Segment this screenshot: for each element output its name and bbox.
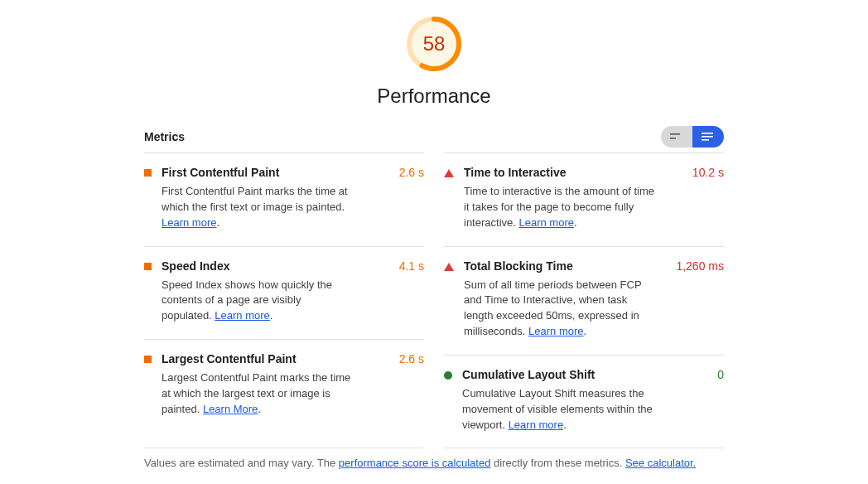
circle-icon	[444, 371, 452, 380]
footnote-prefix: Values are estimated and may vary. The	[144, 457, 339, 469]
learn-more-link[interactable]: Learn more	[215, 309, 269, 322]
metric-title: Speed Index	[162, 259, 229, 273]
toggle-expand-button[interactable]	[692, 126, 724, 148]
metric-value: 0	[717, 368, 724, 381]
metric-title: Time to Interactive	[464, 166, 566, 179]
metric-desc: First Contentful Paint marks the time at…	[162, 184, 352, 231]
metric-desc: Speed Index shows how quickly the conten…	[162, 278, 352, 325]
svg-rect-7	[702, 139, 709, 141]
triangle-icon	[444, 263, 454, 271]
metrics-grid: First Contentful Paint 2.6 s First Conte…	[144, 152, 724, 448]
metric-value: 2.6 s	[399, 352, 424, 365]
metric-desc-text: First Contentful Paint marks the time at…	[162, 185, 348, 213]
description-toggle	[661, 126, 724, 148]
performance-report: 58 Performance Metrics	[144, 0, 724, 469]
gauge-section: 58 Performance	[144, 15, 724, 108]
metric-value: 1,260 ms	[676, 259, 724, 273]
metric-value: 10.2 s	[692, 166, 724, 179]
square-icon	[144, 263, 152, 270]
footnote: Values are estimated and may vary. The p…	[144, 448, 724, 469]
square-icon	[144, 169, 152, 177]
long-lines-icon	[702, 132, 715, 142]
metric-si: Speed Index 4.1 s Speed Index shows how …	[144, 246, 424, 340]
metric-title: Cumulative Layout Shift	[462, 368, 595, 381]
gauge-score: 58	[405, 15, 463, 73]
metric-title: Total Blocking Time	[464, 259, 573, 273]
svg-rect-3	[670, 133, 680, 135]
metric-tbt: Total Blocking Time 1,260 ms Sum of all …	[444, 246, 724, 355]
short-lines-icon	[670, 132, 683, 142]
metric-tti: Time to Interactive 10.2 s Time to inter…	[444, 152, 724, 246]
metric-title: First Contentful Paint	[162, 166, 279, 179]
svg-rect-6	[702, 136, 713, 138]
metric-lcp: Largest Contentful Paint 2.6 s Largest C…	[144, 339, 424, 433]
svg-rect-5	[702, 133, 713, 134]
metric-desc: Cumulative Layout Shift measures the mov…	[462, 386, 653, 433]
metric-desc: Sum of all time periods between FCP and …	[464, 278, 654, 340]
triangle-icon	[444, 169, 454, 177]
footnote-middle: directly from these metrics.	[490, 457, 625, 469]
metric-value: 4.1 s	[399, 259, 424, 273]
metric-value: 2.6 s	[399, 166, 424, 179]
metric-desc: Time to interactive is the amount of tim…	[464, 184, 654, 231]
learn-more-link[interactable]: Learn more	[518, 216, 573, 229]
learn-more-link[interactable]: Learn More	[203, 403, 258, 415]
svg-rect-4	[670, 138, 676, 139]
metrics-col-left: First Contentful Paint 2.6 s First Conte…	[144, 152, 424, 448]
score-gauge: 58	[405, 15, 463, 73]
learn-more-link[interactable]: Learn more	[528, 325, 583, 337]
metric-desc: Largest Contentful Paint marks the time …	[162, 370, 352, 418]
learn-more-link[interactable]: Learn more	[162, 216, 216, 229]
score-calculation-link[interactable]: performance score is calculated	[339, 457, 491, 469]
see-calculator-link[interactable]: See calculator.	[625, 457, 696, 469]
square-icon	[144, 356, 152, 363]
metric-title: Largest Contentful Paint	[162, 352, 297, 365]
metrics-label: Metrics	[144, 130, 185, 143]
metric-cls: Cumulative Layout Shift 0 Cumulative Lay…	[444, 355, 724, 448]
metric-fcp: First Contentful Paint 2.6 s First Conte…	[144, 152, 424, 246]
toggle-collapse-button[interactable]	[661, 126, 692, 148]
learn-more-link[interactable]: Learn more	[509, 419, 563, 431]
metrics-col-right: Time to Interactive 10.2 s Time to inter…	[444, 152, 724, 448]
gauge-title: Performance	[377, 85, 490, 108]
metrics-header: Metrics	[144, 126, 724, 148]
